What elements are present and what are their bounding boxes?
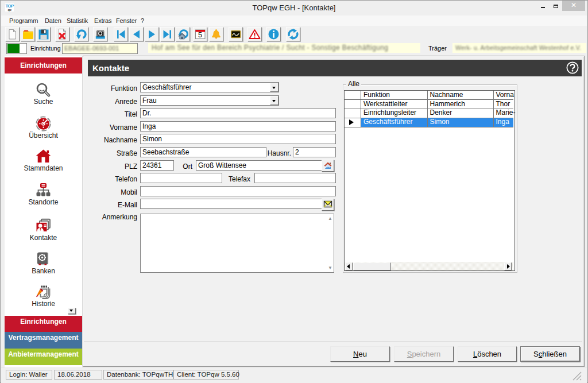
svg-text:5: 5 xyxy=(198,31,202,39)
